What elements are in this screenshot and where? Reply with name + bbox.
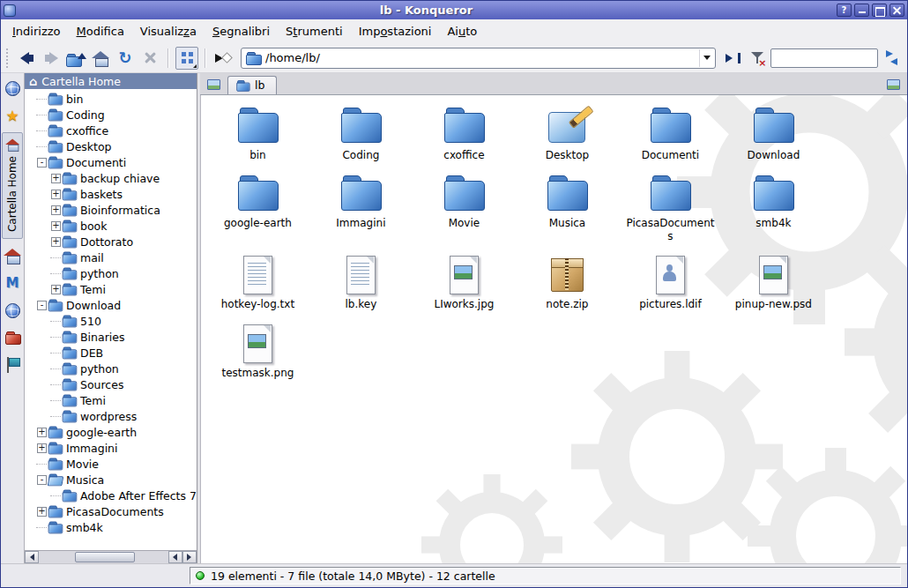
location-bar[interactable] — [241, 48, 716, 69]
tree-expander[interactable] — [36, 157, 48, 167]
go-button[interactable] — [721, 47, 744, 70]
scrollbar-thumb[interactable] — [75, 552, 135, 562]
close-button[interactable] — [889, 4, 904, 17]
menu-item[interactable]: Indirizzo — [4, 21, 69, 41]
tree-item[interactable]: Download — [25, 297, 197, 313]
file-item[interactable]: Desktop — [516, 106, 619, 161]
tree-expander[interactable] — [36, 300, 48, 310]
tree-expander[interactable] — [50, 284, 62, 294]
back-button[interactable] — [15, 47, 38, 70]
clear-filter-button[interactable]: × — [746, 47, 769, 70]
scroll-right-button[interactable] — [182, 551, 197, 563]
sidebar-web-button[interactable] — [2, 78, 23, 99]
scroll-left-button[interactable] — [168, 551, 182, 563]
tree-item[interactable]: Desktop — [25, 138, 197, 154]
menu-item[interactable]: Impostazioni — [351, 21, 440, 41]
tree-expander[interactable] — [36, 93, 48, 104]
menu-item[interactable]: Segnalibri — [205, 21, 278, 41]
scrollbar-track[interactable] — [39, 551, 168, 563]
tree-item[interactable]: wordpress — [25, 408, 197, 424]
up-button[interactable] — [64, 47, 87, 70]
tree-item[interactable]: cxoffice — [25, 123, 197, 138]
file-item[interactable]: smb4k — [722, 174, 825, 242]
tree-expander[interactable] — [36, 522, 48, 532]
tree-expander[interactable] — [50, 411, 62, 421]
tree-expander[interactable] — [50, 379, 62, 390]
tree-item[interactable]: Dottorato — [25, 234, 197, 249]
tree-item[interactable]: Immagini — [25, 440, 197, 456]
tree-expander[interactable] — [50, 205, 62, 215]
tree-expander[interactable] — [50, 236, 62, 247]
tree-item[interactable]: python — [25, 265, 197, 281]
tree-expander[interactable] — [50, 363, 62, 374]
minimize-button[interactable] — [854, 4, 869, 17]
file-item[interactable]: lb.key — [309, 255, 413, 310]
tree-item[interactable]: Sources — [25, 376, 197, 392]
help-button[interactable]: ? — [837, 4, 852, 17]
menu-item[interactable]: Aiuto — [439, 21, 485, 41]
tree-root-item[interactable]: ⌂ Cartella Home — [25, 73, 197, 89]
file-item[interactable]: pictures.ldif — [619, 255, 722, 310]
tree-item[interactable]: Musica — [25, 472, 197, 488]
tree-expander[interactable] — [36, 141, 48, 152]
sidebar-home-button[interactable] — [2, 245, 23, 266]
tree-item[interactable]: mail — [25, 249, 197, 265]
sidebar-root-folder-button[interactable] — [2, 327, 23, 348]
maximize-button[interactable] — [872, 4, 887, 17]
tree-expander[interactable] — [50, 316, 62, 326]
menu-item[interactable]: Strumenti — [278, 21, 351, 41]
file-item[interactable]: bin — [206, 106, 309, 161]
tree-item[interactable]: Movie — [25, 456, 197, 472]
tree-item[interactable]: Temi — [25, 392, 197, 408]
tree-item[interactable]: python — [25, 361, 197, 376]
tree-item[interactable]: PicasaDocuments — [25, 503, 197, 519]
menu-item[interactable]: Visualizza — [132, 21, 205, 41]
file-item[interactable]: Immagini — [309, 174, 413, 242]
file-item[interactable]: Musica — [516, 174, 619, 242]
file-item[interactable]: PicasaDocuments — [619, 174, 722, 242]
home-button[interactable] — [89, 47, 112, 70]
sidebar-bookmarks-button[interactable]: ★ — [2, 105, 23, 126]
clear-location-button[interactable] — [212, 47, 235, 70]
file-item[interactable]: pinup-new.psd — [722, 255, 825, 310]
sidebar-network-button[interactable] — [2, 300, 23, 321]
file-item[interactable]: cxoffice — [413, 106, 516, 161]
tree-item[interactable]: smb4k — [25, 519, 197, 535]
file-item[interactable]: LIworks.jpg — [413, 255, 516, 310]
tree-expander[interactable] — [36, 427, 48, 437]
tab-lb[interactable]: lb — [227, 76, 277, 94]
tree-expander[interactable] — [36, 125, 48, 136]
tree-expander[interactable] — [50, 220, 62, 231]
tree-item[interactable]: Temi — [25, 281, 197, 297]
tree-expander[interactable] — [36, 109, 48, 120]
reload-button[interactable]: ↻ — [114, 47, 137, 70]
stop-button[interactable] — [138, 47, 161, 70]
location-dropdown-button[interactable] — [699, 49, 713, 67]
tree-item[interactable]: 510 — [25, 313, 197, 329]
sidebar-tab-home-folder[interactable]: Cartella Home — [2, 132, 23, 239]
sidebar-services-button[interactable] — [2, 354, 23, 376]
tree-expander[interactable] — [36, 443, 48, 453]
tree-expander[interactable] — [50, 252, 62, 263]
tree-expander[interactable] — [50, 268, 62, 279]
file-item[interactable]: testmask.png — [206, 324, 309, 379]
file-item[interactable]: Download — [722, 106, 825, 161]
file-item[interactable]: note.zip — [516, 255, 619, 310]
forward-button[interactable] — [40, 47, 63, 70]
tree-expander[interactable] — [36, 506, 48, 517]
tree-item[interactable]: backup chiave — [25, 170, 197, 186]
tree-expander[interactable] — [50, 395, 62, 406]
detach-tab-button[interactable] — [882, 75, 904, 93]
tree-expander[interactable] — [50, 347, 62, 358]
tree-expander[interactable] — [50, 490, 62, 501]
tree-item[interactable]: DEB — [25, 345, 197, 361]
tree-item[interactable]: baskets — [25, 186, 197, 202]
tree-item[interactable]: book — [25, 218, 197, 234]
menu-item[interactable]: Modifica — [69, 21, 132, 41]
duplicate-tab-button[interactable] — [203, 75, 225, 93]
scroll-left-button[interactable] — [25, 551, 39, 563]
tree-item[interactable]: bin — [25, 91, 197, 107]
sidebar-metabar-button[interactable]: M — [2, 272, 23, 294]
toolbar-handle[interactable] — [6, 48, 10, 68]
tree-item[interactable]: Documenti — [25, 154, 197, 170]
